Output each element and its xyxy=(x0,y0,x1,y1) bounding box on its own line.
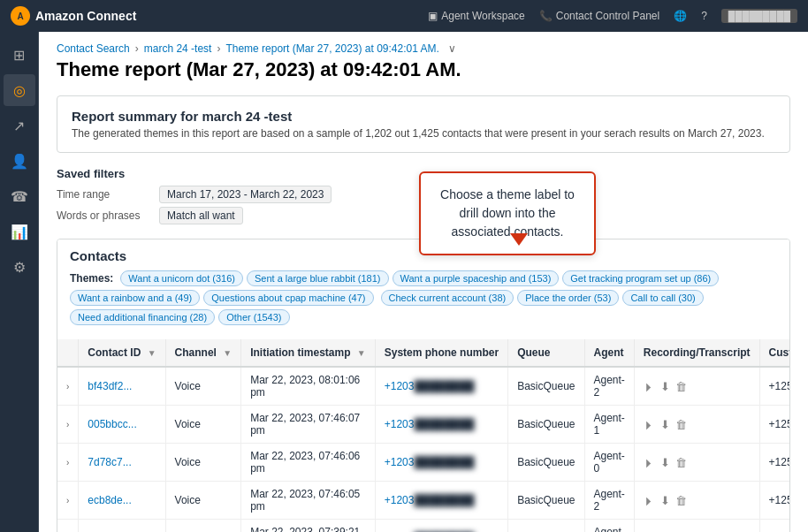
col-expand xyxy=(57,339,79,367)
contact-id-link[interactable]: ecb8de... xyxy=(88,494,131,506)
col-header-agent[interactable]: Agent xyxy=(584,339,634,367)
theme-tag-1[interactable]: Sent a large blue rabbit (181) xyxy=(247,270,388,286)
col-header-contact-id[interactable]: Contact ID ▼ xyxy=(79,339,165,367)
sidebar-item-grid[interactable]: ⊞ xyxy=(4,39,35,71)
play-icon[interactable]: ⏵ xyxy=(644,418,655,431)
row-expander[interactable]: › xyxy=(57,367,79,406)
breadcrumb-contact-search[interactable]: Contact Search xyxy=(57,42,130,55)
filter-label-time: Time range xyxy=(57,188,145,201)
cell-agent: Agent-1 xyxy=(584,520,634,533)
sidebar-item-settings[interactable]: ⚙ xyxy=(4,251,35,283)
col-header-customer-phone[interactable]: Customer phone number xyxy=(759,339,790,367)
theme-tag-8[interactable]: Call to call (30) xyxy=(622,290,703,306)
help-btn[interactable]: ? xyxy=(701,10,707,22)
cell-agent: Agent-2 xyxy=(584,482,634,520)
table-body: › bf43df2... Voice Mar 22, 2023, 08:01:0… xyxy=(57,367,790,532)
delete-icon[interactable]: 🗑 xyxy=(675,494,687,507)
cell-recording: ⏵ ⬇ 🗑 xyxy=(634,482,759,520)
play-icon[interactable]: ⏵ xyxy=(644,456,655,469)
breadcrumb: Contact Search › march 24 -test › Theme … xyxy=(57,32,790,58)
cell-customer-phone: +1253████████ xyxy=(759,406,790,444)
delete-icon[interactable]: 🗑 xyxy=(675,380,687,393)
download-icon[interactable]: ⬇ xyxy=(660,456,670,469)
cell-recording: ⏵ ⬇ 🗑 xyxy=(634,520,759,533)
row-expander[interactable]: › xyxy=(57,406,79,444)
page-title: Theme report (Mar 27, 2023) at 09:42:01 … xyxy=(57,58,790,81)
cell-queue: BasicQueue xyxy=(508,482,584,520)
theme-tag-10[interactable]: Other (1543) xyxy=(218,309,289,325)
sidebar: ⊞ ◎ ↗ 👤 ☎ 📊 ⚙ xyxy=(0,32,39,532)
breadcrumb-march24[interactable]: march 24 -test xyxy=(144,42,212,55)
theme-tag-9[interactable]: Need additional financing (28) xyxy=(70,309,215,325)
filter-value-words: Match all want xyxy=(159,207,243,224)
sidebar-item-analytics[interactable]: 📊 xyxy=(4,216,35,247)
cell-channel: Voice xyxy=(165,367,241,406)
download-icon[interactable]: ⬇ xyxy=(660,380,670,393)
customer-phone: +1253 xyxy=(769,380,790,392)
sidebar-item-users[interactable]: 👤 xyxy=(4,145,35,177)
contact-id-link[interactable]: 7d78c7... xyxy=(88,456,131,468)
play-icon[interactable]: ⏵ xyxy=(644,380,655,393)
cell-customer-phone: +1253████████ xyxy=(759,367,790,406)
contact-control-btn[interactable]: 📞 Contact Control Panel xyxy=(539,10,659,22)
delete-icon[interactable]: 🗑 xyxy=(675,456,687,469)
system-phone[interactable]: +1203 xyxy=(385,494,415,506)
table-head: Contact ID ▼ Channel ▼ Initiation timest… xyxy=(57,339,790,367)
phone-blurred: ████████ xyxy=(414,380,474,392)
sort-icon-channel: ▼ xyxy=(223,348,232,358)
cell-phone: +1203████████ xyxy=(375,444,507,482)
sort-icon-initiation: ▼ xyxy=(357,348,366,358)
globe-btn[interactable]: 🌐 xyxy=(674,10,687,22)
theme-tag-0[interactable]: Want a unicorn dot (316) xyxy=(120,270,243,286)
col-header-phone[interactable]: System phone number xyxy=(375,339,507,367)
download-icon[interactable]: ⬇ xyxy=(660,418,670,431)
top-nav-right: ▣ Agent Workspace 📞 Contact Control Pane… xyxy=(428,9,797,23)
cell-agent: Agent-0 xyxy=(584,444,634,482)
theme-tag-3[interactable]: Get tracking program set up (86) xyxy=(562,270,719,286)
col-header-initiation[interactable]: Initiation timestamp ▼ xyxy=(241,339,376,367)
contact-id-link[interactable]: 005bbcc... xyxy=(88,418,136,430)
cell-phone: +1203████████ xyxy=(375,482,507,520)
play-icon[interactable]: ⏵ xyxy=(644,494,655,507)
table-row: › b2e17a... Voice Mar 22, 2023, 07:39:21… xyxy=(57,520,790,533)
contact-id-link[interactable]: bf43df2... xyxy=(88,380,132,392)
theme-tag-7[interactable]: Place the order (53) xyxy=(517,290,619,306)
globe-icon: 🌐 xyxy=(674,10,687,22)
tooltip-text: Choose a theme label to drill down into … xyxy=(440,187,575,239)
layout: ⊞ ◎ ↗ 👤 ☎ 📊 ⚙ Contact Search › march 24 … xyxy=(0,32,808,532)
sidebar-item-phone[interactable]: ☎ xyxy=(4,180,35,212)
theme-tag-2[interactable]: Want a purple spaceship and (153) xyxy=(393,270,560,286)
sidebar-item-nav1[interactable]: ◎ xyxy=(4,74,35,106)
row-expander[interactable]: › xyxy=(57,482,79,520)
user-avatar[interactable]: █████████ xyxy=(721,9,797,23)
sidebar-item-nav2[interactable]: ↗ xyxy=(4,110,35,141)
cell-queue: BasicQueue xyxy=(508,520,584,533)
system-phone[interactable]: +1203 xyxy=(385,418,415,430)
agent-workspace-btn[interactable]: ▣ Agent Workspace xyxy=(428,10,525,22)
col-header-queue[interactable]: Queue xyxy=(508,339,584,367)
theme-tag-5[interactable]: Questions about cpap machine (47) xyxy=(203,290,373,306)
system-phone[interactable]: +1203 xyxy=(385,456,415,468)
row-expander[interactable]: › xyxy=(57,520,79,533)
table-row: › 005bbcc... Voice Mar 22, 2023, 07:46:0… xyxy=(57,406,790,444)
row-expander[interactable]: › xyxy=(57,444,79,482)
table-row: › 7d78c7... Voice Mar 22, 2023, 07:46:06… xyxy=(57,444,790,482)
cell-contact-id: bf43df2... xyxy=(79,367,165,406)
cell-channel: Voice xyxy=(165,520,241,533)
download-icon[interactable]: ⬇ xyxy=(660,494,670,507)
tooltip-box: Choose a theme label to drill down into … xyxy=(419,171,596,255)
top-nav: A Amazon Connect ▣ Agent Workspace 📞 Con… xyxy=(0,0,808,32)
theme-tag-4[interactable]: Want a rainbow and a (49) xyxy=(70,290,200,306)
breadcrumb-current: Theme report (Mar 27, 2023) at 09:42:01 … xyxy=(225,42,438,55)
col-header-channel[interactable]: Channel ▼ xyxy=(165,339,241,367)
cell-contact-id: 7d78c7... xyxy=(79,444,165,482)
cell-queue: BasicQueue xyxy=(508,444,584,482)
breadcrumb-expand[interactable]: ∨ xyxy=(448,42,456,55)
cell-agent: Agent-1 xyxy=(584,406,634,444)
cell-recording: ⏵ ⬇ 🗑 xyxy=(634,406,759,444)
col-header-recording[interactable]: Recording/Transcript xyxy=(634,339,759,367)
system-phone[interactable]: +1203 xyxy=(385,380,415,392)
delete-icon[interactable]: 🗑 xyxy=(675,418,687,431)
cell-contact-id: b2e17a... xyxy=(79,520,165,533)
theme-tag-6[interactable]: Check current account (38) xyxy=(381,290,515,306)
